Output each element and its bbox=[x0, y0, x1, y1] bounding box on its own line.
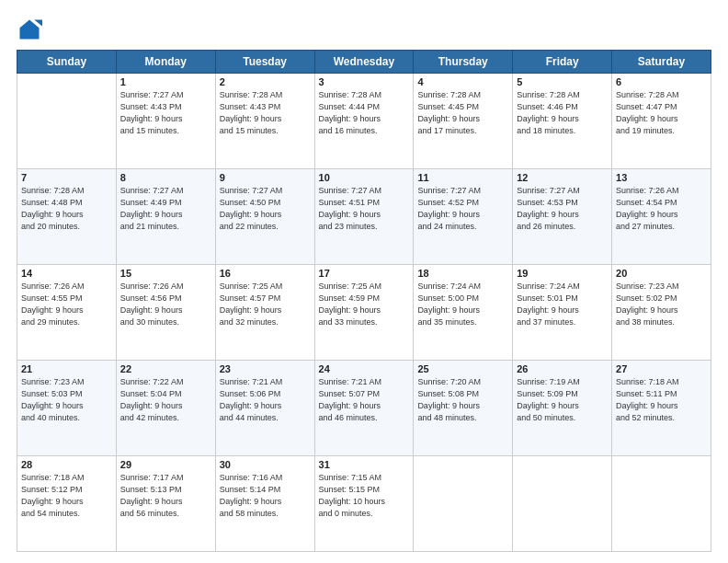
week-row-1: 1Sunrise: 7:27 AM Sunset: 4:43 PM Daylig… bbox=[17, 74, 711, 169]
day-info: Sunrise: 7:26 AM Sunset: 4:55 PM Dayligh… bbox=[21, 281, 112, 328]
calendar-cell: 12Sunrise: 7:27 AM Sunset: 4:53 PM Dayli… bbox=[513, 169, 612, 265]
calendar-cell: 5Sunrise: 7:28 AM Sunset: 4:46 PM Daylig… bbox=[513, 74, 612, 169]
calendar-cell bbox=[612, 456, 711, 552]
day-info: Sunrise: 7:18 AM Sunset: 5:11 PM Dayligh… bbox=[616, 376, 707, 424]
logo-icon bbox=[17, 17, 42, 42]
day-number: 26 bbox=[517, 363, 608, 374]
col-header-friday: Friday bbox=[513, 51, 612, 74]
calendar-cell: 27Sunrise: 7:18 AM Sunset: 5:11 PM Dayli… bbox=[612, 361, 711, 456]
day-info: Sunrise: 7:18 AM Sunset: 5:12 PM Dayligh… bbox=[21, 472, 112, 520]
calendar-cell: 9Sunrise: 7:27 AM Sunset: 4:50 PM Daylig… bbox=[215, 169, 314, 265]
calendar-cell: 17Sunrise: 7:25 AM Sunset: 4:59 PM Dayli… bbox=[314, 265, 414, 361]
calendar-cell bbox=[414, 456, 513, 552]
day-info: Sunrise: 7:28 AM Sunset: 4:46 PM Dayligh… bbox=[517, 89, 608, 137]
calendar-cell: 14Sunrise: 7:26 AM Sunset: 4:55 PM Dayli… bbox=[17, 265, 117, 361]
week-row-5: 28Sunrise: 7:18 AM Sunset: 5:12 PM Dayli… bbox=[17, 456, 711, 552]
day-info: Sunrise: 7:22 AM Sunset: 5:04 PM Dayligh… bbox=[120, 376, 211, 424]
day-info: Sunrise: 7:28 AM Sunset: 4:48 PM Dayligh… bbox=[21, 185, 112, 233]
day-info: Sunrise: 7:28 AM Sunset: 4:45 PM Dayligh… bbox=[417, 89, 508, 137]
day-number: 1 bbox=[120, 76, 211, 87]
calendar-cell: 11Sunrise: 7:27 AM Sunset: 4:52 PM Dayli… bbox=[414, 169, 513, 265]
col-header-wednesday: Wednesday bbox=[314, 51, 414, 74]
day-info: Sunrise: 7:25 AM Sunset: 4:57 PM Dayligh… bbox=[220, 281, 311, 328]
calendar-cell: 23Sunrise: 7:21 AM Sunset: 5:06 PM Dayli… bbox=[215, 361, 314, 456]
calendar-table: SundayMondayTuesdayWednesdayThursdayFrid… bbox=[17, 50, 711, 552]
col-header-monday: Monday bbox=[116, 51, 215, 74]
calendar-cell: 30Sunrise: 7:16 AM Sunset: 5:14 PM Dayli… bbox=[215, 456, 314, 552]
week-row-3: 14Sunrise: 7:26 AM Sunset: 4:55 PM Dayli… bbox=[17, 265, 711, 361]
day-number: 23 bbox=[220, 363, 311, 374]
svg-marker-0 bbox=[20, 20, 40, 40]
calendar-cell: 2Sunrise: 7:28 AM Sunset: 4:43 PM Daylig… bbox=[215, 74, 314, 169]
calendar-cell: 15Sunrise: 7:26 AM Sunset: 4:56 PM Dayli… bbox=[116, 265, 215, 361]
day-info: Sunrise: 7:15 AM Sunset: 5:15 PM Dayligh… bbox=[319, 472, 410, 520]
calendar-cell: 16Sunrise: 7:25 AM Sunset: 4:57 PM Dayli… bbox=[215, 265, 314, 361]
day-number: 24 bbox=[319, 363, 410, 374]
day-number: 9 bbox=[220, 172, 311, 183]
day-number: 27 bbox=[616, 363, 707, 374]
calendar-cell: 18Sunrise: 7:24 AM Sunset: 5:00 PM Dayli… bbox=[414, 265, 513, 361]
day-info: Sunrise: 7:16 AM Sunset: 5:14 PM Dayligh… bbox=[220, 472, 311, 520]
week-row-2: 7Sunrise: 7:28 AM Sunset: 4:48 PM Daylig… bbox=[17, 169, 711, 265]
day-info: Sunrise: 7:21 AM Sunset: 5:07 PM Dayligh… bbox=[319, 376, 410, 424]
day-info: Sunrise: 7:26 AM Sunset: 4:54 PM Dayligh… bbox=[616, 185, 707, 233]
day-number: 17 bbox=[319, 268, 410, 279]
day-info: Sunrise: 7:27 AM Sunset: 4:52 PM Dayligh… bbox=[417, 185, 508, 233]
day-number: 2 bbox=[220, 76, 311, 87]
day-number: 18 bbox=[417, 268, 508, 279]
day-info: Sunrise: 7:27 AM Sunset: 4:43 PM Dayligh… bbox=[120, 89, 211, 137]
calendar-cell: 4Sunrise: 7:28 AM Sunset: 4:45 PM Daylig… bbox=[414, 74, 513, 169]
day-number: 13 bbox=[616, 172, 707, 183]
calendar-cell: 25Sunrise: 7:20 AM Sunset: 5:08 PM Dayli… bbox=[414, 361, 513, 456]
col-header-tuesday: Tuesday bbox=[215, 51, 314, 74]
calendar-cell: 21Sunrise: 7:23 AM Sunset: 5:03 PM Dayli… bbox=[17, 361, 117, 456]
day-info: Sunrise: 7:24 AM Sunset: 5:00 PM Dayligh… bbox=[417, 281, 508, 328]
calendar-cell bbox=[17, 74, 117, 169]
day-number: 20 bbox=[616, 268, 707, 279]
day-number: 31 bbox=[319, 459, 410, 470]
day-info: Sunrise: 7:20 AM Sunset: 5:08 PM Dayligh… bbox=[417, 376, 508, 424]
day-info: Sunrise: 7:25 AM Sunset: 4:59 PM Dayligh… bbox=[319, 281, 410, 328]
day-number: 3 bbox=[319, 76, 410, 87]
logo bbox=[17, 17, 46, 42]
day-number: 5 bbox=[517, 76, 608, 87]
calendar-header-row: SundayMondayTuesdayWednesdayThursdayFrid… bbox=[17, 51, 711, 74]
calendar-cell: 6Sunrise: 7:28 AM Sunset: 4:47 PM Daylig… bbox=[612, 74, 711, 169]
day-number: 22 bbox=[120, 363, 211, 374]
day-number: 29 bbox=[120, 459, 211, 470]
calendar-cell: 10Sunrise: 7:27 AM Sunset: 4:51 PM Dayli… bbox=[314, 169, 414, 265]
day-number: 7 bbox=[21, 172, 112, 183]
day-info: Sunrise: 7:27 AM Sunset: 4:50 PM Dayligh… bbox=[220, 185, 311, 233]
col-header-sunday: Sunday bbox=[17, 51, 117, 74]
day-number: 16 bbox=[220, 268, 311, 279]
calendar-cell: 13Sunrise: 7:26 AM Sunset: 4:54 PM Dayli… bbox=[612, 169, 711, 265]
day-info: Sunrise: 7:27 AM Sunset: 4:53 PM Dayligh… bbox=[517, 185, 608, 233]
calendar-cell bbox=[513, 456, 612, 552]
day-info: Sunrise: 7:19 AM Sunset: 5:09 PM Dayligh… bbox=[517, 376, 608, 424]
calendar-cell: 26Sunrise: 7:19 AM Sunset: 5:09 PM Dayli… bbox=[513, 361, 612, 456]
day-number: 12 bbox=[517, 172, 608, 183]
day-number: 11 bbox=[417, 172, 508, 183]
day-info: Sunrise: 7:28 AM Sunset: 4:43 PM Dayligh… bbox=[220, 89, 311, 137]
day-number: 4 bbox=[417, 76, 508, 87]
page: SundayMondayTuesdayWednesdayThursdayFrid… bbox=[0, 0, 728, 563]
calendar-cell: 29Sunrise: 7:17 AM Sunset: 5:13 PM Dayli… bbox=[116, 456, 215, 552]
day-info: Sunrise: 7:17 AM Sunset: 5:13 PM Dayligh… bbox=[120, 472, 211, 520]
day-number: 28 bbox=[21, 459, 112, 470]
day-info: Sunrise: 7:27 AM Sunset: 4:49 PM Dayligh… bbox=[120, 185, 211, 233]
day-number: 14 bbox=[21, 268, 112, 279]
day-number: 15 bbox=[120, 268, 211, 279]
day-number: 6 bbox=[616, 76, 707, 87]
day-number: 10 bbox=[319, 172, 410, 183]
day-info: Sunrise: 7:24 AM Sunset: 5:01 PM Dayligh… bbox=[517, 281, 608, 328]
day-number: 8 bbox=[120, 172, 211, 183]
day-info: Sunrise: 7:23 AM Sunset: 5:02 PM Dayligh… bbox=[616, 281, 707, 328]
col-header-saturday: Saturday bbox=[612, 51, 711, 74]
day-info: Sunrise: 7:21 AM Sunset: 5:06 PM Dayligh… bbox=[220, 376, 311, 424]
col-header-thursday: Thursday bbox=[414, 51, 513, 74]
calendar-cell: 20Sunrise: 7:23 AM Sunset: 5:02 PM Dayli… bbox=[612, 265, 711, 361]
day-info: Sunrise: 7:27 AM Sunset: 4:51 PM Dayligh… bbox=[319, 185, 410, 233]
calendar-cell: 7Sunrise: 7:28 AM Sunset: 4:48 PM Daylig… bbox=[17, 169, 117, 265]
day-number: 30 bbox=[220, 459, 311, 470]
calendar-cell: 22Sunrise: 7:22 AM Sunset: 5:04 PM Dayli… bbox=[116, 361, 215, 456]
